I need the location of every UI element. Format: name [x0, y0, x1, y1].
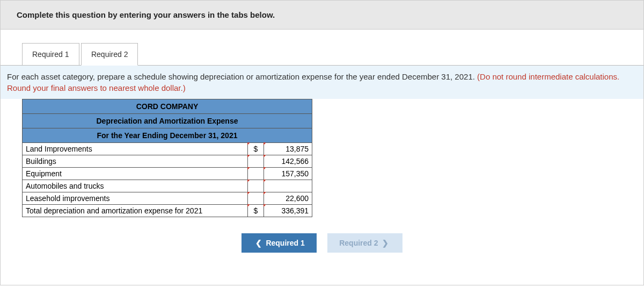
value-cell[interactable]: 157,350 — [264, 168, 312, 180]
row-label[interactable]: Equipment — [23, 168, 248, 180]
table-row: Land Improvements $ 13,875 — [23, 143, 312, 155]
tab-label: Required 2 — [91, 50, 128, 59]
value-cell[interactable] — [264, 180, 312, 192]
instruction-text: Complete this question by entering your … — [17, 10, 275, 19]
tab-label: Required 1 — [32, 50, 69, 59]
next-button[interactable]: Required 2 ❯ — [327, 233, 402, 253]
tabs-row: Required 1 Required 2 — [1, 30, 643, 66]
currency-cell[interactable] — [248, 180, 264, 192]
company-name: CORD COMPANY — [23, 99, 312, 114]
currency-cell[interactable] — [248, 155, 264, 168]
row-label[interactable]: Leasehold improvements — [23, 192, 248, 205]
currency-cell[interactable]: $ — [248, 143, 264, 155]
currency-cell[interactable] — [248, 168, 264, 180]
table-row: Automobiles and trucks — [23, 180, 312, 192]
chevron-left-icon: ❮ — [255, 239, 262, 247]
value-cell[interactable]: 13,875 — [264, 143, 312, 155]
table-header-title: Depreciation and Amortization Expense — [23, 114, 312, 128]
value-cell[interactable]: 22,600 — [264, 192, 312, 205]
question-prompt: For each asset category, prepare a sched… — [1, 65, 643, 99]
prev-label: Required 1 — [266, 239, 304, 247]
schedule-period: For the Year Ending December 31, 2021 — [23, 128, 312, 143]
currency-cell[interactable] — [248, 192, 264, 205]
currency-cell[interactable]: $ — [248, 205, 264, 217]
table-row: Buildings 142,566 — [23, 155, 312, 168]
prev-button[interactable]: ❮ Required 1 — [241, 233, 317, 253]
row-label[interactable]: Total depreciation and amortization expe… — [23, 205, 248, 217]
value-cell[interactable]: 336,391 — [264, 205, 312, 217]
schedule-table-wrap: CORD COMPANY Depreciation and Amortizati… — [1, 99, 643, 228]
question-main: For each asset category, prepare a sched… — [7, 72, 477, 81]
chevron-right-icon: ❯ — [382, 239, 389, 247]
schedule-title: Depreciation and Amortization Expense — [23, 114, 312, 128]
row-label[interactable]: Buildings — [23, 155, 248, 168]
table-row: Leasehold improvements 22,600 — [23, 192, 312, 205]
next-label: Required 2 — [339, 239, 378, 247]
tab-required-2[interactable]: Required 2 — [81, 43, 138, 66]
instruction-bar: Complete this question by entering your … — [1, 1, 643, 30]
question-container: Complete this question by entering your … — [0, 0, 644, 285]
value-cell[interactable]: 142,566 — [264, 155, 312, 168]
table-header-company: CORD COMPANY — [23, 99, 312, 114]
table-header-period: For the Year Ending December 31, 2021 — [23, 128, 312, 143]
row-label[interactable]: Land Improvements — [23, 143, 248, 155]
table-row: Equipment 157,350 — [23, 168, 312, 180]
tab-required-1[interactable]: Required 1 — [22, 43, 79, 66]
nav-buttons: ❮ Required 1 Required 2 ❯ — [1, 228, 643, 285]
table-row: Total depreciation and amortization expe… — [23, 205, 312, 217]
schedule-table: CORD COMPANY Depreciation and Amortizati… — [22, 99, 312, 217]
row-label[interactable]: Automobiles and trucks — [23, 180, 248, 192]
